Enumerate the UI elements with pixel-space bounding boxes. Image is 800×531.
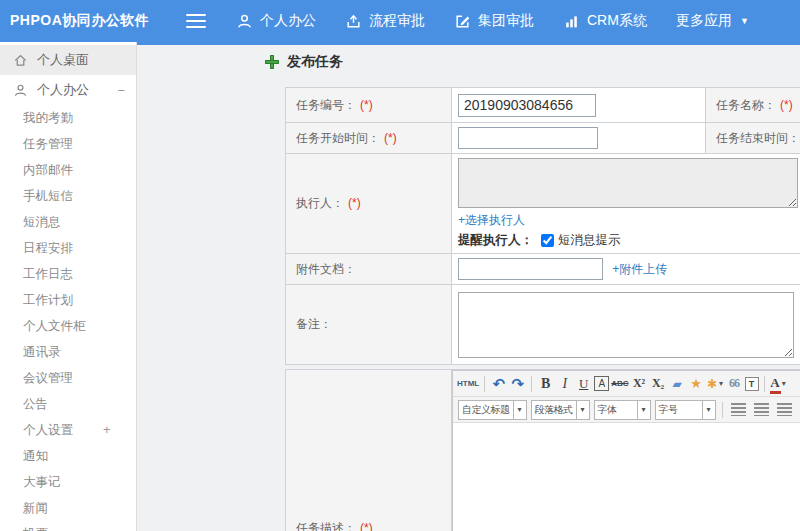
executor-label: 执行人： [296, 196, 344, 210]
select-label: 自定义标题 [459, 403, 513, 417]
eraser-icon[interactable]: ▰ [669, 374, 686, 394]
required-mark: (*) [384, 131, 397, 145]
nav-item-label: 个人办公 [260, 12, 316, 30]
caret-down-icon: ▾ [576, 401, 589, 419]
nav-item-CRM系统[interactable]: CRM系统 [563, 0, 647, 42]
start-time-label: 任务开始时间： [296, 131, 380, 145]
chart-icon [563, 13, 580, 30]
underline-button[interactable]: U [575, 374, 592, 394]
bold-button[interactable]: B [537, 374, 554, 394]
app-brand: PHPOA协同办公软件 [0, 12, 186, 30]
sidebar-item-公告[interactable]: 公告 [0, 391, 136, 417]
highlight-a-button[interactable]: A [594, 376, 609, 391]
sidebar-item-个人文件柜[interactable]: 个人文件柜 [0, 313, 136, 339]
sidebar-item-通知[interactable]: 通知 [0, 443, 136, 469]
sidebar-item-工作计划[interactable]: 工作计划 [0, 287, 136, 313]
custom-title-select[interactable]: 自定义标题▾ [458, 400, 527, 420]
select-label: 段落格式 [532, 403, 576, 417]
sidebar-item-投票[interactable]: 投票 [0, 521, 136, 531]
align-right-icon[interactable] [777, 403, 792, 416]
nav-item-流程审批[interactable]: 流程审批 [345, 0, 425, 42]
strikethrough-button[interactable]: ABC [611, 374, 628, 394]
toolbar-separator [484, 376, 485, 392]
editor-toolbar-row1: HTML↶↷BIUAABCX²X₂▰★✱▾66TA▾ [453, 371, 800, 397]
sidebar-item-label: 工作日志 [23, 267, 73, 281]
nav-item-个人办公[interactable]: 个人办公 [236, 0, 316, 42]
top-menu: 个人办公流程审批集团审批CRM系统更多应用▼ [236, 0, 778, 42]
sidebar-item-label: 个人设置 [23, 423, 73, 437]
expand-icon[interactable]: + [103, 417, 111, 443]
magic-wand-icon[interactable]: ✱▾ [707, 374, 724, 394]
italic-button[interactable]: I [556, 374, 573, 394]
nav-item-label: 更多应用 [676, 12, 732, 30]
sidebar-item-个人设置[interactable]: 个人设置+ [0, 417, 136, 443]
attachment-input[interactable] [458, 258, 603, 280]
sidebar-item-label: 会议管理 [23, 371, 73, 385]
font-size-select[interactable]: 字号▾ [655, 400, 716, 420]
font-color-button[interactable]: A▾ [770, 374, 787, 394]
nav-item-集团审批[interactable]: 集团审批 [454, 0, 534, 42]
attachment-upload-link[interactable]: +附件上传 [612, 261, 667, 278]
sidebar-item-短消息[interactable]: 短消息 [0, 209, 136, 235]
sidebar-item-内部邮件[interactable]: 内部邮件 [0, 157, 136, 183]
align-center-icon[interactable] [754, 403, 769, 416]
choose-executor-link[interactable]: +选择执行人 [458, 212, 525, 229]
caret-down-icon: ▾ [637, 401, 650, 419]
nav-item-更多应用[interactable]: 更多应用▼ [676, 0, 749, 42]
sidebar-item-label: 新闻 [23, 501, 48, 515]
font-family-select[interactable]: 字体▾ [594, 400, 651, 420]
task-no-input[interactable] [458, 94, 596, 117]
editor-toolbar-row2: 自定义标题▾段落格式▾字体▾字号▾ [453, 397, 800, 423]
sidebar-item-label: 工作计划 [23, 293, 73, 307]
required-mark: (*) [360, 521, 373, 531]
start-time-input[interactable] [458, 127, 598, 149]
redo-icon[interactable]: ↷ [509, 374, 526, 394]
caret-down-icon: ▼ [740, 16, 749, 26]
table-row: 执行人：(*) +选择执行人 提醒执行人： 短消息提示 [286, 154, 800, 254]
task-no-label: 任务编号： [296, 98, 356, 112]
sidebar-item-大事记[interactable]: 大事记 [0, 469, 136, 495]
sidebar-item-任务管理[interactable]: 任务管理 [0, 131, 136, 157]
sidebar-item-label: 我的考勤 [23, 111, 73, 125]
sidebar-item-新闻[interactable]: 新闻 [0, 495, 136, 521]
top-navbar: PHPOA协同办公软件 个人办公流程审批集团审批CRM系统更多应用▼ [0, 0, 800, 42]
executor-textarea[interactable] [458, 158, 798, 208]
note-label: 备注： [296, 317, 332, 331]
toolbar-separator [764, 376, 765, 392]
sidebar-item-label: 公告 [23, 397, 48, 411]
html-source-button[interactable]: HTML [457, 374, 479, 394]
table-row: 备注： [286, 285, 800, 365]
sidebar-item-日程安排[interactable]: 日程安排 [0, 235, 136, 261]
paste-button[interactable]: T [745, 377, 759, 391]
sidebar-item-label: 通知 [23, 449, 48, 463]
subscript-button[interactable]: X₂ [650, 374, 667, 394]
required-mark: (*) [348, 196, 361, 210]
end-time-label: 任务结束时间： [716, 131, 800, 145]
menu-toggle-icon[interactable] [186, 14, 206, 28]
sms-remind-option: 短消息提示 [558, 232, 621, 249]
collapse-icon[interactable]: − [117, 83, 125, 98]
undo-icon[interactable]: ↶ [490, 374, 507, 394]
user-icon [13, 83, 28, 98]
sidebar-item-个人办公[interactable]: 个人办公− [0, 75, 136, 105]
sidebar-item-label: 投票 [23, 527, 48, 531]
superscript-button[interactable]: X² [631, 374, 648, 394]
sms-remind-checkbox[interactable] [541, 234, 554, 247]
sidebar-item-手机短信[interactable]: 手机短信 [0, 183, 136, 209]
sidebar-item-通讯录[interactable]: 通讯录 [0, 339, 136, 365]
note-textarea[interactable] [458, 292, 794, 358]
sidebar-item-个人桌面[interactable]: 个人桌面 [0, 45, 136, 75]
sidebar-item-工作日志[interactable]: 工作日志 [0, 261, 136, 287]
blockquote-button[interactable]: 66 [726, 374, 743, 394]
required-mark: (*) [360, 98, 373, 112]
paragraph-format-select[interactable]: 段落格式▾ [531, 400, 590, 420]
editor-content-area[interactable] [453, 423, 800, 531]
sidebar-item-我的考勤[interactable]: 我的考勤 [0, 105, 136, 131]
format-brush-icon[interactable]: ★ [688, 374, 705, 394]
task-desc-label: 任务描述： [296, 521, 356, 531]
caret-down-icon: ▾ [702, 401, 715, 419]
remind-label: 提醒执行人： [458, 232, 533, 249]
align-left-icon[interactable] [731, 403, 746, 416]
sidebar-item-label: 内部邮件 [23, 163, 73, 177]
sidebar-item-会议管理[interactable]: 会议管理 [0, 365, 136, 391]
